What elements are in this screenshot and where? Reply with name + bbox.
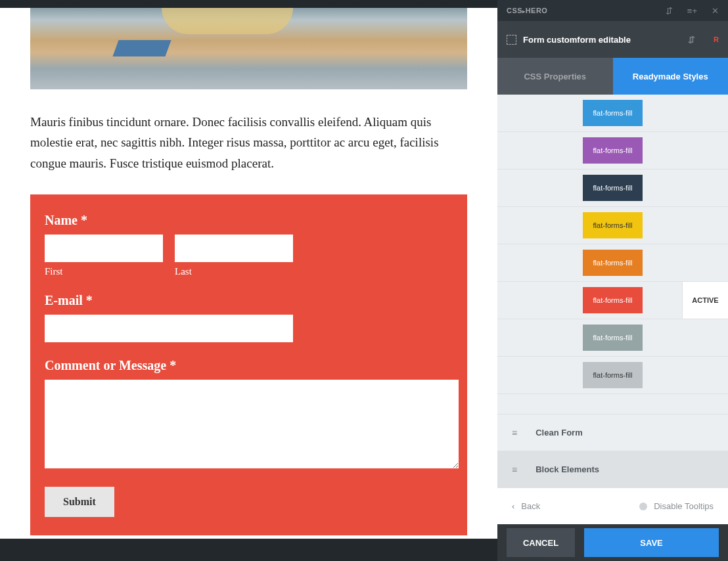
disable-tooltips-toggle[interactable]: Disable Tooltips [639, 501, 714, 511]
panel-footer: ‹ Back Disable Tooltips [497, 487, 728, 524]
cancel-button[interactable]: CANCEL [507, 528, 575, 557]
first-name-input[interactable] [45, 235, 163, 262]
style-option[interactable]: flat-forms-fill [497, 95, 728, 132]
message-textarea[interactable] [45, 380, 459, 468]
drag-icon: ≡ [512, 428, 517, 438]
style-option[interactable]: flat-forms-fill [497, 357, 728, 394]
email-label: E-mail * [45, 293, 453, 308]
panel-tabs: CSS Properties Readymade Styles [497, 58, 728, 95]
section-block-elements[interactable]: ≡ Block Elements [497, 451, 728, 487]
back-button[interactable]: ‹ Back [512, 501, 540, 511]
style-swatch: flat-forms-fill [583, 175, 643, 201]
styles-list: flat-forms-fillflat-forms-fillflat-forms… [497, 95, 728, 414]
drag-icon: ≡ [512, 464, 517, 475]
add-icon[interactable]: ≡+ [687, 6, 697, 16]
first-sublabel: First [45, 266, 163, 277]
style-swatch: flat-forms-fill [583, 287, 643, 313]
history-icon[interactable]: ⇵ [666, 6, 673, 16]
active-badge: ACTIVE [682, 282, 728, 319]
toggle-off-icon [639, 503, 647, 510]
brand-logo: CSS▸HERO [507, 7, 547, 14]
style-swatch: flat-forms-fill [583, 250, 643, 276]
style-option[interactable]: flat-forms-fill [497, 207, 728, 244]
section-clean-form[interactable]: ≡ Clean Form [497, 414, 728, 451]
last-sublabel: Last [175, 266, 293, 277]
page-footer [0, 539, 497, 561]
submit-button[interactable]: Submit [45, 487, 114, 517]
selection-icon [507, 35, 516, 45]
style-option[interactable]: flat-forms-fill [497, 169, 728, 207]
panel-header: CSS▸HERO ⇵ ≡+ ✕ [497, 0, 728, 21]
style-swatch: flat-forms-fill [583, 137, 643, 164]
style-swatch: flat-forms-fill [583, 325, 643, 351]
chevron-left-icon: ‹ [512, 501, 514, 511]
email-input[interactable] [45, 315, 293, 342]
last-name-input[interactable] [175, 235, 293, 262]
style-option[interactable]: flat-forms-fill [497, 244, 728, 282]
style-swatch: flat-forms-fill [583, 100, 643, 126]
reset-badge[interactable]: R [714, 35, 719, 43]
name-label: Name * [45, 213, 453, 228]
action-row: CANCEL SAVE [497, 524, 728, 561]
style-swatch: flat-forms-fill [583, 362, 643, 388]
style-option[interactable]: flat-forms-fillACTIVE [497, 282, 728, 319]
contact-form: Name * First Last E-mail * Comment or Me… [30, 194, 467, 535]
body-paragraph: Mauris finibus tincidunt ornare. Donec f… [30, 112, 467, 173]
style-swatch: flat-forms-fill [583, 212, 643, 238]
close-icon[interactable]: ✕ [712, 6, 719, 16]
style-option[interactable]: flat-forms-fill [497, 132, 728, 169]
style-option[interactable]: flat-forms-fill [497, 319, 728, 357]
message-label: Comment or Message * [45, 358, 453, 373]
hero-image [30, 8, 467, 89]
selection-label: Form customform editable [523, 35, 631, 45]
tab-readymade-styles[interactable]: Readymade Styles [613, 58, 729, 95]
page-content: Mauris finibus tincidunt ornare. Donec f… [0, 8, 497, 561]
tab-css-properties[interactable]: CSS Properties [497, 58, 613, 95]
save-button[interactable]: SAVE [584, 528, 719, 557]
settings-icon[interactable]: ⇵ [688, 35, 695, 45]
csshero-panel: CSS▸HERO ⇵ ≡+ ✕ Form customform editable… [497, 0, 728, 561]
selection-row: Form customform editable ⇵ R [497, 21, 728, 58]
